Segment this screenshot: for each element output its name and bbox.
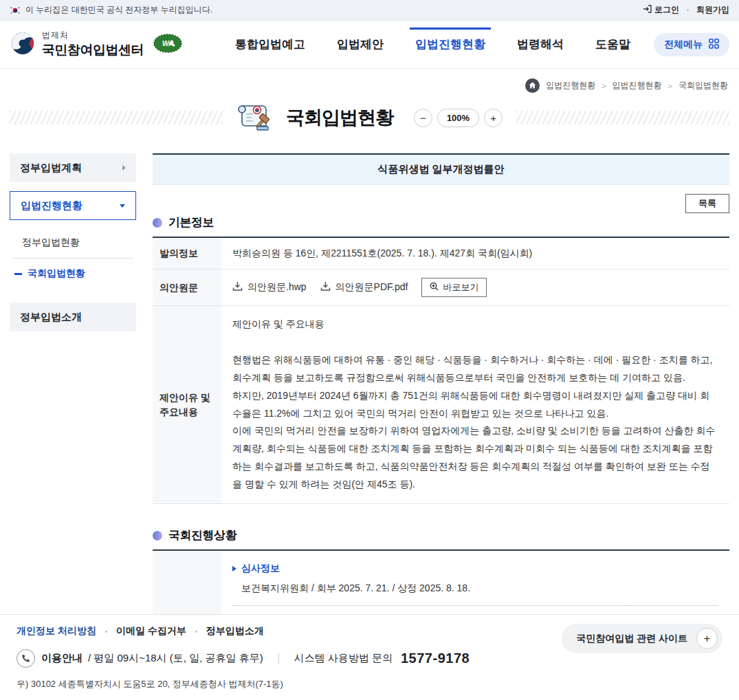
zoom-in-button[interactable]: + [484, 109, 503, 127]
scroll-gavel-illustration-icon [236, 100, 275, 135]
zoom-controls: − 100% + [414, 109, 503, 127]
breadcrumb-separator: > [602, 82, 606, 90]
page-title: 국회입법현황 [286, 105, 393, 130]
login-icon [643, 5, 652, 15]
triangle-right-icon [232, 566, 236, 571]
gov-banner-text: 이 누리집은 대한민국 공식 전자정부 누리집입니다. [25, 4, 212, 16]
submenu-divider [12, 258, 133, 259]
sidebar-item-legislation-progress[interactable]: 입법진행현황 [10, 191, 136, 220]
nav-item-legislation-progress[interactable]: 입법진행현황 [415, 21, 485, 68]
chevron-right-icon [122, 165, 126, 171]
moleg-logo-icon [10, 30, 36, 59]
nav-item-integrated-notice[interactable]: 통합입법예고 [235, 21, 305, 68]
site-header: 법제처 국민참여입법센터 WA 통합입법예고 입법제안 입법진행현황 법령해석 … [0, 21, 739, 69]
bill-title-bar: 식품위생법 일부개정법률안 [153, 153, 729, 185]
reason-paragraph-2: 하지만, 2019년부터 2024년 6월까지 총 751건의 위해식품등에 대… [232, 387, 718, 423]
download-icon [232, 281, 243, 294]
phone-icon [16, 649, 35, 668]
all-menu-button[interactable]: 전체메뉴 [654, 33, 729, 56]
section-bullet-icon [153, 218, 162, 228]
table-row-documents: 의안원문 의안원문.hwp 의안원문P [153, 270, 729, 306]
sidebar-subitem-gov-legislation-status[interactable]: 정부입법현황 [11, 229, 135, 256]
site-logo[interactable]: 법제처 국민참여입법센터 [10, 30, 144, 59]
nav-item-help[interactable]: 도움말 [595, 21, 630, 68]
signup-link[interactable]: 회원가입 [696, 4, 729, 16]
nav-item-law-interpretation[interactable]: 법령해석 [517, 21, 564, 68]
basic-info-title: 기본정보 [168, 215, 214, 230]
reason-paragraph-1: 현행법은 위해식품등에 대하여 유통 · 중인 해당 · 식품등을 · 회수하거… [232, 351, 718, 387]
phone-number: 1577-9178 [401, 650, 470, 666]
table-row-proposal: 발의정보 박희승의원 등 16인, 제2211551호(2025. 7. 18.… [153, 238, 729, 270]
privacy-policy-link[interactable]: 개인정보 처리방침 [16, 625, 96, 637]
row-label: 발의정보 [153, 238, 221, 269]
decorative-hatch-right [516, 111, 729, 124]
sidebar: 정부입법계획 입법진행현황 정부입법현황 국회입법현황 정부입법소개 [10, 153, 136, 340]
korea-flag-icon [10, 6, 21, 14]
page-title-row: 국회입법현황 − 100% + [10, 100, 729, 135]
list-button-top[interactable]: 목록 [685, 194, 729, 213]
separator-dot [105, 631, 107, 633]
assembly-progress-section-header: 국회진행상황 [153, 527, 729, 543]
proposal-value: 박희승의원 등 16인, 제2211551호(2025. 7. 18.). 제4… [221, 238, 729, 269]
separator-dot [195, 631, 197, 633]
footer-address: 우) 30102 세종특별자치시 도움5로 20, 정부세종청사 법제처(7-1… [16, 678, 723, 690]
sidebar-subitem-assembly-legislation-status[interactable]: 국회입법현황 [11, 260, 135, 287]
sidebar-item-gov-legislation-intro[interactable]: 정부입법소개 [10, 303, 136, 331]
main-nav: 통합입법예고 입법제안 입법진행현황 법령해석 도움말 [235, 21, 630, 68]
row-label: 제안이유 및 주요내용 [153, 306, 221, 503]
zoom-level: 100% [437, 109, 479, 127]
breadcrumb-item-1[interactable]: 입법진행현황 [546, 80, 595, 91]
breadcrumb-separator: > [668, 82, 672, 90]
breadcrumb-item-current[interactable]: 국회입법현황 [679, 80, 728, 91]
reason-paragraph-3: 이에 국민의 먹거리 안전을 보장하기 위하여 영업자에게는 출고량, 소비량 … [232, 422, 718, 494]
download-pdf-link[interactable]: 의안원문PDF.pdf [320, 281, 408, 294]
reason-intro: 제안이유 및 주요내용 [232, 316, 718, 333]
wa-certification-mark: WA [153, 33, 182, 56]
breadcrumb-item-2[interactable]: 입법진행현황 [613, 80, 662, 91]
usage-info-label[interactable]: 이용안내 [41, 652, 82, 665]
section-bullet-icon [153, 531, 162, 540]
expand-related-sites-button[interactable]: + [696, 628, 718, 649]
active-dash-icon [14, 273, 22, 275]
vertical-divider [278, 653, 279, 664]
basic-info-table: 발의정보 박희승의원 등 16인, 제2211551호(2025. 7. 18.… [153, 237, 729, 504]
grid-menu-icon [709, 39, 719, 51]
gov-banner: 이 누리집은 대한민국 공식 전자정부 누리집입니다. 로그인 회원가입 [0, 0, 739, 21]
nav-item-legislation-proposal[interactable]: 입법제안 [337, 21, 384, 68]
assembly-progress-title: 국회진행상황 [168, 527, 236, 543]
magnifier-plus-icon [430, 282, 439, 293]
logo-agency-name: 법제처 [42, 30, 144, 41]
gov-legislation-intro-link[interactable]: 정부입법소개 [206, 625, 264, 637]
sidebar-submenu: 정부입법현황 국회입법현황 [10, 229, 136, 294]
email-refusal-link[interactable]: 이메일 수집거부 [116, 625, 186, 637]
row-label: 의안원문 [153, 270, 221, 305]
logo-site-name: 국민참여입법센터 [42, 41, 144, 59]
download-hwp-link[interactable]: 의안원문.hwp [232, 281, 307, 294]
zoom-out-button[interactable]: − [414, 109, 432, 127]
basic-info-section-header: 기본정보 [153, 215, 729, 230]
decorative-hatch-left [10, 111, 223, 124]
home-icon[interactable] [525, 78, 540, 93]
breadcrumb: 입법진행현황 > 입법진행현황 > 국회입법현황 [0, 69, 739, 97]
sidebar-item-gov-legislation-plan[interactable]: 정부입법계획 [10, 153, 136, 182]
login-link[interactable]: 로그인 [643, 4, 679, 16]
review-info-heading: 심사정보 [232, 562, 718, 575]
site-footer: 개인정보 처리방침 이메일 수집거부 정부입법소개 국민참여입법 관련 사이트 … [0, 614, 739, 700]
related-sites-selector[interactable]: 국민참여입법 관련 사이트 + [562, 624, 723, 653]
download-icon [320, 281, 331, 294]
system-inquiry-label: 시스템 사용방법 문의 [294, 652, 393, 665]
related-sites-label: 국민참여입법 관련 사이트 [576, 633, 687, 645]
table-row-reason: 제안이유 및 주요내용 제안이유 및 주요내용 현행법은 위해식품등에 대하여 … [153, 306, 729, 504]
view-document-button[interactable]: 바로보기 [421, 278, 487, 297]
business-hours: / 평일 09시~18시 (토, 일, 공휴일 휴무) [88, 652, 263, 665]
dotted-divider [232, 605, 718, 606]
separator-dot [687, 9, 689, 11]
chevron-down-icon [120, 204, 125, 208]
review-info-text: 보건복지위원회 / 회부 2025. 7. 21. / 상정 2025. 8. … [241, 582, 718, 595]
